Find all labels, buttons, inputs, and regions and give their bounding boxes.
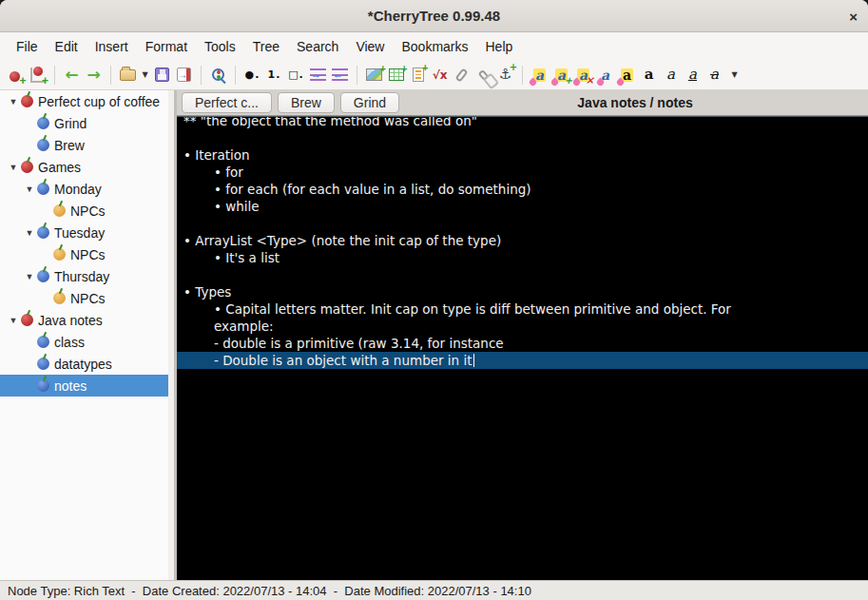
- editor-line[interactable]: • for each (for each value in a list, do…: [177, 181, 868, 198]
- expander-icon[interactable]: ▼: [22, 228, 37, 238]
- new-node-icon[interactable]: [5, 64, 27, 87]
- cherry-orange-icon: [53, 292, 66, 304]
- insert-codebox-icon-art: [413, 68, 424, 82]
- find-icon[interactable]: [207, 64, 229, 87]
- background-color-icon[interactable]: a: [616, 64, 638, 87]
- cherry-blue-icon: [37, 226, 49, 239]
- menu-item-file[interactable]: File: [8, 35, 47, 58]
- format-apply-icon[interactable]: a: [550, 64, 572, 87]
- tab-perfect-c[interactable]: Perfect c...: [182, 92, 272, 113]
- editor-line[interactable]: • Types: [177, 283, 868, 300]
- insert-anchor-icon[interactable]: ⚓: [494, 64, 516, 87]
- save-as-icon[interactable]: [173, 64, 195, 87]
- save-icon[interactable]: [151, 64, 173, 87]
- toolbar-overflow-icon[interactable]: ▼: [725, 64, 738, 87]
- tab-grind[interactable]: Grind: [340, 92, 399, 113]
- expander-icon[interactable]: ▼: [6, 97, 21, 106]
- insert-image-icon[interactable]: [363, 64, 385, 87]
- tree-item-npcs[interactable]: NPCs: [0, 287, 174, 309]
- tree-item-label: NPCs: [70, 203, 106, 219]
- editor-line[interactable]: [177, 129, 868, 146]
- expander-icon[interactable]: ▼: [6, 163, 21, 172]
- todo-list-icon[interactable]: □.: [285, 64, 307, 87]
- menu-item-insert[interactable]: Insert: [87, 35, 137, 58]
- menu-item-edit[interactable]: Edit: [47, 35, 87, 58]
- attach-file-icon[interactable]: [451, 64, 473, 87]
- tree-item-games[interactable]: ▼Games: [0, 156, 174, 178]
- menu-item-bookmarks[interactable]: Bookmarks: [393, 35, 476, 58]
- tree-item-thursday[interactable]: ▼Thursday: [0, 265, 174, 287]
- close-icon[interactable]: ×: [849, 9, 858, 23]
- editor-line[interactable]: • Capital letters matter. Init cap on ty…: [177, 300, 868, 318]
- toolbar-separator: [235, 66, 236, 85]
- bookmark-button-row: Perfect c...BrewGrind Java notes / notes: [177, 90, 868, 116]
- tab-brew[interactable]: Brew: [278, 92, 335, 113]
- insert-formula-icon[interactable]: √x: [429, 64, 451, 87]
- editor-line[interactable]: ** "the object that the method was calle…: [177, 116, 868, 129]
- menu-item-tools[interactable]: Tools: [196, 35, 244, 58]
- tree-item-tuesday[interactable]: ▼Tuesday: [0, 222, 174, 243]
- insert-table-icon[interactable]: [385, 64, 407, 87]
- editor-line-selected[interactable]: - Double is an object with a number in i…: [177, 352, 868, 369]
- expander-icon[interactable]: ▼: [22, 272, 37, 281]
- insert-codebox-icon[interactable]: [407, 64, 429, 87]
- titlebar[interactable]: *CherryTree 0.99.48 ×: [0, 0, 868, 32]
- italic-icon[interactable]: a: [660, 64, 682, 87]
- expander-icon[interactable]: ▼: [22, 184, 37, 194]
- rich-text-editor[interactable]: ** "the object that the method was calle…: [177, 116, 868, 580]
- open-file-dropdown-icon[interactable]: ▼: [139, 64, 151, 87]
- tree-item-brew[interactable]: Brew: [0, 134, 174, 156]
- editor-line-text: • for each (for each value in a list, do…: [214, 182, 531, 197]
- strikethrough-icon[interactable]: a: [704, 64, 725, 87]
- tree-item-monday[interactable]: ▼Monday: [0, 178, 174, 200]
- go-forward-icon[interactable]: →: [83, 64, 105, 87]
- toolbar-separator: [357, 66, 357, 85]
- indent-left-icon[interactable]: [329, 64, 351, 87]
- editor-line[interactable]: • while: [177, 198, 868, 215]
- bullet-list-icon[interactable]: ●.: [241, 64, 263, 87]
- menu-item-help[interactable]: Help: [477, 35, 522, 58]
- foreground-color-icon[interactable]: a: [594, 64, 616, 87]
- editor-line[interactable]: - double is a primitive (raw 3.14, for i…: [177, 335, 868, 352]
- menu-item-tree[interactable]: Tree: [244, 35, 288, 58]
- tree-item-label: datatypes: [54, 357, 112, 372]
- tree-item-npcs[interactable]: NPCs: [0, 243, 174, 265]
- tree-item-npcs[interactable]: NPCs: [0, 200, 174, 222]
- editor-line[interactable]: • It's a list: [177, 249, 868, 266]
- tree-item-label: Brew: [54, 138, 85, 153]
- tree-item-class[interactable]: class: [0, 331, 174, 353]
- new-subnode-icon[interactable]: [27, 64, 48, 87]
- go-back-icon[interactable]: ←: [61, 64, 83, 87]
- tree-item-perfect-cup-of-coffee[interactable]: ▼Perfect cup of coffee: [0, 90, 174, 112]
- tree-item-datatypes[interactable]: datatypes: [0, 353, 174, 375]
- format-latest-icon[interactable]: a: [529, 64, 550, 87]
- menu-item-view[interactable]: View: [347, 35, 393, 58]
- open-file-icon[interactable]: [117, 64, 139, 87]
- breadcrumb: Java notes / notes: [577, 95, 692, 110]
- menu-item-search[interactable]: Search: [288, 35, 347, 58]
- editor-line[interactable]: example:: [177, 318, 868, 335]
- editor-line[interactable]: [177, 215, 868, 232]
- format-apply-icon-art: a: [555, 68, 568, 82]
- cherry-orange-icon: [53, 248, 66, 261]
- editor-line[interactable]: • ArrayList <Type> (note the init cap of…: [177, 232, 868, 249]
- insert-link-icon[interactable]: [473, 64, 494, 87]
- underline-icon[interactable]: a: [682, 64, 704, 87]
- bold-icon[interactable]: a: [638, 64, 660, 87]
- editor-line[interactable]: • for: [177, 164, 868, 181]
- numbered-list-icon[interactable]: 1.: [263, 64, 285, 87]
- format-clear-icon[interactable]: a: [572, 64, 594, 87]
- editor-line[interactable]: • Iteration: [177, 146, 868, 164]
- editor-line[interactable]: [177, 266, 868, 283]
- tree-item-label: NPCs: [70, 291, 106, 306]
- menu-item-format[interactable]: Format: [137, 35, 196, 58]
- tree-item-grind[interactable]: Grind: [0, 112, 174, 134]
- save-icon-art: [155, 68, 169, 82]
- tree-item-java-notes[interactable]: ▼Java notes: [0, 309, 174, 331]
- tree-item-notes[interactable]: notes: [0, 375, 174, 397]
- indent-right-icon[interactable]: [307, 64, 329, 87]
- cherry-blue-icon: [37, 270, 49, 282]
- format-latest-icon-art: a: [533, 68, 546, 82]
- node-tree-panel[interactable]: ▼Perfect cup of coffeeGrindBrew▼Games▼Mo…: [0, 90, 174, 580]
- expander-icon[interactable]: ▼: [6, 316, 21, 325]
